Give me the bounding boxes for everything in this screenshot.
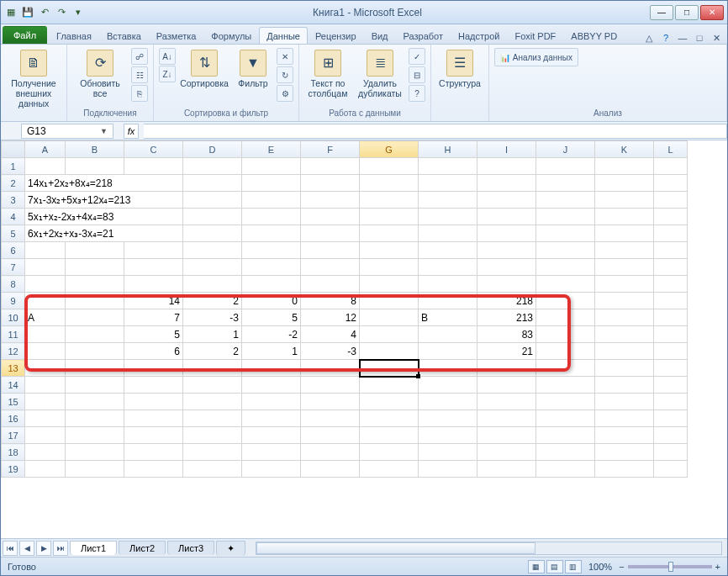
text-to-columns-button[interactable]: ⊞ Текст по столбцам [304, 48, 351, 100]
remove-duplicates-button[interactable]: ≣ Удалить дубликаты [355, 48, 405, 100]
cell-I11[interactable]: 83 [477, 326, 536, 343]
row-11[interactable]: 11 [2, 326, 25, 343]
cell-A10[interactable]: A [25, 309, 66, 326]
cell-D11[interactable]: 1 [183, 326, 242, 343]
col-I[interactable]: I [477, 141, 536, 158]
cell-F9[interactable]: 8 [301, 293, 360, 309]
advanced-button[interactable]: ⚙ [277, 85, 293, 102]
tab-addins[interactable]: Надстрой [451, 27, 507, 44]
properties-button[interactable]: ☷ [131, 66, 148, 83]
redo-icon[interactable]: ↷ [55, 6, 68, 19]
row-10[interactable]: 10 [2, 309, 25, 326]
cell-A5[interactable]: 6x₁+2x₂+x₃-3x₄=21 [25, 225, 183, 242]
cell-D12[interactable]: 2 [183, 343, 242, 360]
filter-button[interactable]: ▼ Фильтр [233, 48, 273, 90]
cell-E10[interactable]: 5 [242, 309, 301, 326]
row-3[interactable]: 3 [2, 192, 25, 209]
tab-data[interactable]: Данные [259, 27, 308, 44]
whatif-button[interactable]: ? [409, 85, 425, 102]
sheet-nav-last[interactable]: ⏭ [53, 541, 68, 556]
cell-H10[interactable]: B [419, 309, 477, 326]
select-all-corner[interactable] [2, 141, 25, 158]
sheet-nav-first[interactable]: ⏮ [3, 541, 18, 556]
cell-I12[interactable]: 21 [477, 343, 536, 360]
sheet-tab-2[interactable]: Лист2 [119, 541, 166, 555]
row-4[interactable]: 4 [2, 209, 25, 225]
tab-foxit[interactable]: Foxit PDF [507, 27, 563, 44]
col-A[interactable]: A [25, 141, 66, 158]
row-16[interactable]: 16 [2, 410, 25, 427]
row-17[interactable]: 17 [2, 427, 25, 444]
data-analysis-button[interactable]: 📊 Анализ данных [494, 48, 578, 66]
tab-abbyy[interactable]: ABBYY PD [563, 27, 625, 44]
col-D[interactable]: D [183, 141, 242, 158]
refresh-all-button[interactable]: ⟳ Обновить все [72, 48, 128, 100]
save-icon[interactable]: 💾 [21, 6, 34, 19]
view-layout-button[interactable]: ▤ [546, 560, 563, 573]
cell-C11[interactable]: 5 [124, 326, 183, 343]
row-6[interactable]: 6 [2, 242, 25, 259]
tab-view[interactable]: Вид [364, 27, 396, 44]
sheet-tab-1[interactable]: Лист1 [70, 541, 117, 555]
qat-dropdown-icon[interactable]: ▾ [71, 6, 85, 19]
consolidate-button[interactable]: ⊟ [409, 66, 425, 83]
col-K[interactable]: K [595, 141, 654, 158]
sheet-nav-next[interactable]: ▶ [36, 541, 51, 556]
tab-developer[interactable]: Разработ [396, 27, 451, 44]
connections-button[interactable]: ☍ [131, 48, 148, 65]
cell-A3[interactable]: 7x₁-3x₂+5x₃+12x₄=213 [25, 192, 183, 209]
cell-F12[interactable]: -3 [301, 343, 360, 360]
cell-I10[interactable]: 213 [477, 309, 536, 326]
cell-G13-selected[interactable] [360, 360, 419, 377]
col-E[interactable]: E [242, 141, 301, 158]
tab-file[interactable]: Файл [3, 26, 47, 44]
sheet-tab-3[interactable]: Лист3 [167, 541, 214, 555]
name-box[interactable]: G13 ▼ [21, 124, 113, 139]
help-icon[interactable]: ? [660, 32, 672, 44]
mdi-min-icon[interactable]: — [677, 32, 688, 44]
row-14[interactable]: 14 [2, 377, 25, 394]
edit-links-button[interactable]: ⎘ [131, 85, 148, 102]
row-1[interactable]: 1 [2, 158, 25, 175]
col-B[interactable]: B [66, 141, 124, 158]
row-8[interactable]: 8 [2, 276, 25, 293]
cell-F10[interactable]: 12 [301, 309, 360, 326]
fx-button[interactable]: fx [124, 124, 139, 139]
row-19[interactable]: 19 [2, 461, 25, 478]
col-L[interactable]: L [654, 141, 688, 158]
worksheet-grid[interactable]: A B C D E F G H I J K L 1 214x₁+2x₂+8x₄=… [1, 140, 727, 538]
clear-filter-button[interactable]: ✕ [277, 48, 293, 65]
validation-button[interactable]: ✓ [409, 48, 425, 65]
cell-E9[interactable]: 0 [242, 293, 301, 309]
sheet-nav-prev[interactable]: ◀ [19, 541, 34, 556]
mdi-restore-icon[interactable]: □ [694, 32, 705, 44]
name-box-dropdown-icon[interactable]: ▼ [100, 127, 108, 135]
sort-button[interactable]: ⇅ Сортировка [179, 48, 229, 90]
cell-I9[interactable]: 218 [477, 293, 536, 309]
minimize-button[interactable]: — [650, 5, 673, 20]
cell-D10[interactable]: -3 [183, 309, 242, 326]
row-5[interactable]: 5 [2, 225, 25, 242]
row-13[interactable]: 13 [2, 360, 25, 377]
cell-C9[interactable]: 14 [124, 293, 183, 309]
tab-layout[interactable]: Разметка [149, 27, 204, 44]
sort-desc-button[interactable]: Z↓ [159, 66, 176, 82]
new-sheet-tab[interactable]: ✦ [216, 541, 245, 556]
cell-E11[interactable]: -2 [242, 326, 301, 343]
tab-review[interactable]: Рецензир [308, 27, 364, 44]
tab-insert[interactable]: Вставка [99, 27, 149, 44]
get-external-data-button[interactable]: 🗎 Получение внешних данных [6, 48, 61, 110]
zoom-slider[interactable]: − + [619, 562, 720, 572]
maximize-button[interactable]: □ [675, 5, 699, 20]
reapply-button[interactable]: ↻ [277, 66, 293, 83]
row-18[interactable]: 18 [2, 444, 25, 461]
cell-E12[interactable]: 1 [242, 343, 301, 360]
row-12[interactable]: 12 [2, 343, 25, 360]
col-H[interactable]: H [419, 141, 477, 158]
formula-input[interactable] [144, 124, 727, 139]
zoom-in-button[interactable]: + [715, 562, 720, 572]
close-button[interactable]: ✕ [700, 5, 724, 20]
cell-A2[interactable]: 14x₁+2x₂+8x₄=218 [25, 175, 183, 192]
cell-C12[interactable]: 6 [124, 343, 183, 360]
cell-D9[interactable]: 2 [183, 293, 242, 309]
